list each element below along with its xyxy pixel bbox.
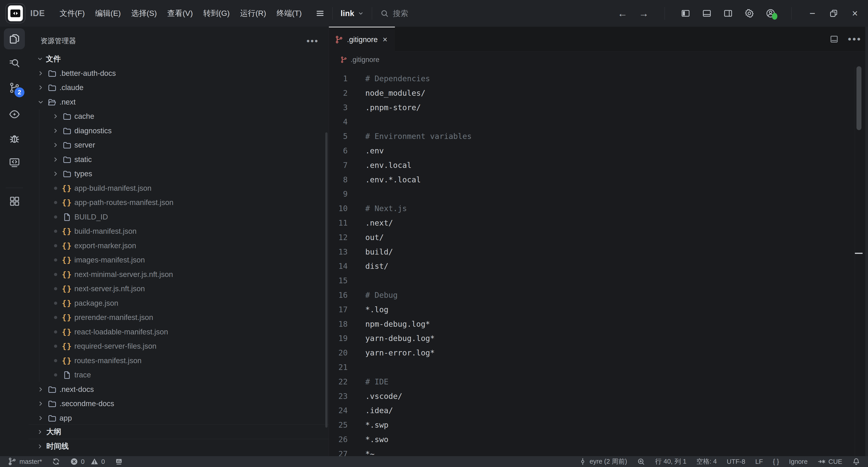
code-area[interactable]: 1# Dependencies2node_modules/3.pnpm-stor… [329,68,855,456]
code-line[interactable]: 2node_modules/ [329,86,855,100]
tree-item[interactable]: {}next-minimal-server.js.nft.json [29,267,329,282]
activitybar-debug[interactable] [4,128,25,149]
sync-button[interactable] [52,458,60,466]
nav-forward-button[interactable]: → [638,8,649,19]
hamburger-menu-icon[interactable] [313,6,327,21]
project-picker[interactable]: link [338,6,367,20]
code-line[interactable]: 11.next/ [329,216,855,230]
branch-indicator[interactable]: master* [8,457,42,466]
code-line[interactable]: 14dist/ [329,259,855,273]
code-line[interactable]: 20yarn-error.log* [329,346,855,360]
tree-item[interactable]: app [29,411,329,426]
code-line[interactable]: 24.idea/ [329,403,855,418]
code-line[interactable]: 3.pnpm-store/ [329,100,855,115]
menu-7[interactable]: 终端(T) [271,5,307,22]
app-logo[interactable] [5,3,25,23]
code-line[interactable]: 15 [329,273,855,288]
code-line[interactable]: 16# Debug [329,288,855,302]
tree-item[interactable]: {}react-loadable-manifest.json [29,325,329,339]
tree-item[interactable]: static [29,152,329,167]
account-icon[interactable] [765,8,776,19]
window-close-button[interactable]: × [849,8,860,19]
code-line[interactable]: 26*.swo [329,432,855,447]
code-line[interactable]: 5# Environment variables [329,129,855,144]
code-line[interactable]: 6.env [329,144,855,158]
code-line[interactable]: 7.env.local [329,158,855,173]
window-restore-button[interactable] [828,8,839,19]
activitybar-source-control[interactable]: 2 [4,77,25,98]
tree-item[interactable]: .better-auth-docs [29,66,329,81]
code-line[interactable]: 18npm-debug.log* [329,317,855,331]
tree-item[interactable]: {}build-manifest.json [29,224,329,239]
tree-item[interactable]: {}prerender-manifest.json [29,311,329,325]
encoding-indicator[interactable]: UTF-8 [727,458,745,465]
code-line[interactable]: 12out/ [329,230,855,245]
tree-item[interactable]: types [29,167,329,181]
tree-item[interactable]: {}routes-manifest.json [29,353,329,368]
timeline-section[interactable]: 时间线 [29,439,329,454]
outline-section[interactable]: 大纲 [29,425,329,439]
code-line[interactable]: 22# IDE [329,375,855,389]
window-minimize-button[interactable]: − [807,8,818,19]
settings-gear-icon[interactable] [744,8,755,19]
code-line[interactable]: 1# Dependencies [329,71,855,86]
tree-item[interactable]: server [29,138,329,152]
last-commit-indicator[interactable]: eyre (2 周前) [579,457,627,466]
tree-item[interactable]: trace [29,368,329,382]
tree-item[interactable]: .next-docs [29,382,329,397]
activitybar-extensions[interactable] [4,191,25,211]
code-line[interactable]: 8.env.*.local [329,173,855,187]
editor-scrollbar-thumb[interactable] [857,66,862,130]
code-line[interactable]: 13build/ [329,245,855,259]
notifications-bell[interactable] [852,458,860,466]
breadcrumb-item[interactable]: .gitignore [350,56,379,64]
tree-item[interactable]: {}app-build-manifest.json [29,181,329,196]
tree-item[interactable]: {}app-path-routes-manifest.json [29,196,329,210]
tree-item[interactable]: cache [29,109,329,124]
tree-item[interactable]: {}package.json [29,296,329,311]
tree-item[interactable]: {}images-manifest.json [29,253,329,267]
activitybar-search[interactable] [4,53,25,74]
code-line[interactable]: 10# Next.js [329,201,855,216]
activitybar-explorer[interactable] [4,28,25,49]
code-line[interactable]: 25*.swp [329,418,855,432]
toggle-bottom-panel-button[interactable] [702,8,712,19]
nav-back-button[interactable]: ← [617,8,628,19]
panel-toggle[interactable] [115,458,123,466]
language-mode-icon[interactable]: { } [773,458,779,465]
activitybar-ai-view[interactable] [4,104,25,125]
tree-item[interactable]: .secondme-docs [29,397,329,411]
search-input[interactable] [393,9,488,18]
code-line[interactable]: 4 [329,115,855,129]
code-line[interactable]: 19yarn-debug.log* [329,331,855,346]
code-line[interactable]: 27*~ [329,447,855,456]
tree-item[interactable]: {}export-marker.json [29,238,329,253]
sidebar-scrollbar[interactable] [325,133,328,428]
code-line[interactable]: 21 [329,360,855,375]
tree-item[interactable]: {}required-server-files.json [29,339,329,354]
menu-5[interactable]: 转到(G) [198,5,235,22]
cue-indicator[interactable]: CUE [817,458,842,466]
menu-2[interactable]: 编辑(E) [90,5,126,22]
code-line[interactable]: 9 [329,187,855,201]
zoom-indicator[interactable] [637,458,645,466]
split-editor-icon[interactable] [829,34,839,44]
tree-item[interactable]: BUILD_ID [29,210,329,224]
toggle-right-sidebar-button[interactable] [723,8,734,19]
tab-close-icon[interactable]: × [383,35,388,44]
code-line[interactable]: 17*.log [329,302,855,317]
menu-4[interactable]: 查看(V) [162,5,198,22]
titlebar-search[interactable] [380,9,488,18]
code-line[interactable]: 23.vscode/ [329,389,855,404]
tree-item[interactable]: .claude [29,81,329,95]
toggle-left-sidebar-button[interactable] [680,8,691,19]
cursor-position[interactable]: 行 40, 列 1 [655,457,686,466]
indentation-indicator[interactable]: 空格: 4 [696,457,717,466]
eol-indicator[interactable]: LF [755,458,763,465]
files-section-header[interactable]: 文件 [29,52,329,66]
menu-3[interactable]: 选择(S) [126,5,162,22]
menu-6[interactable]: 运行(R) [235,5,271,22]
activitybar-remote[interactable] [4,152,25,173]
tree-item[interactable]: diagnostics [29,123,329,138]
language-mode-indicator[interactable]: Ignore [789,458,808,465]
